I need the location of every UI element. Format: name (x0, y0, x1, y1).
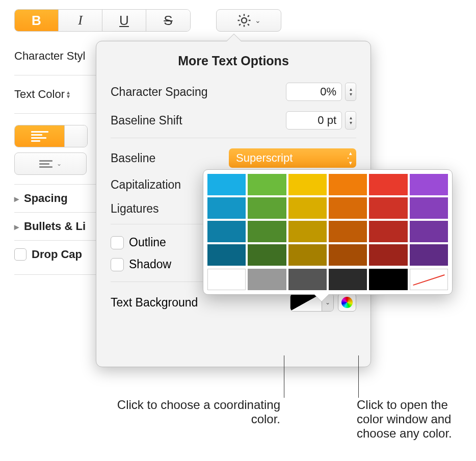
popover-title: More Text Options (111, 54, 356, 68)
swatch-grid (207, 174, 448, 266)
color-swatch[interactable] (329, 174, 367, 195)
swatch-bottom-row (207, 269, 448, 290)
baseline-shift-stepper[interactable]: 0 pt ▴▾ (286, 111, 356, 130)
color-swatch[interactable] (288, 174, 327, 195)
chevron-down-icon: ⌄ (57, 160, 62, 167)
shadow-label: Shadow (129, 258, 171, 271)
bold-glyph: B (32, 13, 41, 29)
color-swatch[interactable] (288, 244, 327, 266)
align-more-button[interactable] (65, 125, 87, 147)
color-wheel-button[interactable] (338, 293, 356, 312)
list-icon (39, 160, 52, 168)
baseline-value: Superscript (236, 151, 293, 165)
align-left-icon (31, 131, 48, 142)
color-swatch[interactable] (207, 221, 246, 242)
drop-cap-label: Drop Cap (32, 248, 82, 261)
color-swatch[interactable] (288, 197, 327, 219)
underline-glyph: U (119, 13, 129, 29)
color-swatch[interactable] (207, 174, 246, 195)
bullets-label: Bullets & Li (24, 220, 86, 233)
color-swatch[interactable] (329, 197, 367, 219)
color-swatch[interactable] (207, 244, 246, 266)
drop-cap-checkbox[interactable] (14, 248, 27, 261)
more-options-button[interactable]: ⌄ (216, 9, 281, 32)
no-color-swatch[interactable] (410, 269, 448, 290)
svg-point-0 (242, 18, 247, 23)
color-swatch[interactable] (410, 174, 448, 195)
color-swatch[interactable] (329, 221, 367, 242)
stepper-arrows-icon[interactable]: ▴▾ (345, 111, 356, 130)
color-swatch[interactable] (369, 269, 407, 290)
baseline-shift-row: Baseline Shift 0 pt ▴▾ (111, 106, 356, 135)
character-styles-label: Character Styl (14, 49, 85, 62)
color-swatch-popover (203, 169, 453, 295)
color-swatch[interactable] (369, 244, 407, 266)
color-swatch[interactable] (248, 197, 286, 219)
stepper-arrows-icon[interactable]: ▴▾ (345, 83, 356, 101)
updown-icon: ▴▾ (67, 90, 70, 98)
callout-color-window: Click to open the color window and choos… (357, 398, 471, 441)
bold-button[interactable]: B (15, 10, 59, 31)
format-toolbar: B I U S ⌄ (14, 9, 281, 32)
baseline-select[interactable]: Superscript ▴▾ (229, 148, 356, 168)
alignment-group (14, 125, 88, 147)
character-spacing-row: Character Spacing 0% ▴▾ (111, 78, 356, 106)
outline-label: Outline (129, 236, 166, 249)
strikethrough-button[interactable]: S (146, 10, 190, 31)
callout-leader (284, 355, 284, 398)
baseline-row: Baseline Superscript ▴▾ (111, 138, 356, 173)
callout-leader (358, 355, 359, 398)
list-style-select[interactable]: ⌄ (14, 152, 87, 175)
style-segment-group: B I U S (14, 9, 191, 32)
color-swatch[interactable] (288, 221, 327, 242)
underline-button[interactable]: U (102, 10, 146, 31)
spacing-label: Spacing (24, 192, 68, 205)
color-swatch[interactable] (369, 197, 407, 219)
character-spacing-value[interactable]: 0% (286, 83, 342, 101)
baseline-shift-value[interactable]: 0 pt (286, 111, 342, 130)
color-swatch[interactable] (410, 197, 448, 219)
color-swatch[interactable] (207, 269, 246, 290)
color-swatch[interactable] (207, 197, 246, 219)
baseline-label: Baseline (111, 151, 155, 165)
color-swatch[interactable] (248, 269, 286, 290)
strike-glyph: S (164, 13, 172, 29)
color-swatch[interactable] (410, 221, 448, 242)
character-spacing-label: Character Spacing (111, 85, 208, 99)
color-swatch[interactable] (248, 221, 286, 242)
color-swatch[interactable] (369, 221, 407, 242)
shadow-checkbox[interactable] (111, 258, 124, 271)
gear-icon (236, 13, 252, 28)
color-swatch[interactable] (410, 244, 448, 266)
color-swatch[interactable] (329, 269, 367, 290)
italic-glyph: I (78, 13, 83, 28)
baseline-shift-label: Baseline Shift (111, 114, 182, 127)
color-swatch[interactable] (248, 244, 286, 266)
disclosure-triangle-icon (14, 192, 21, 205)
disclosure-triangle-icon (14, 220, 21, 233)
color-swatch[interactable] (288, 269, 327, 290)
color-swatch[interactable] (248, 174, 286, 195)
text-color-label: Text Color (14, 88, 65, 101)
italic-button[interactable]: I (59, 10, 102, 31)
character-spacing-stepper[interactable]: 0% ▴▾ (286, 83, 356, 101)
callout-coordinating-color: Click to choose a coordinating color. (111, 398, 280, 426)
chevron-down-icon: ⌄ (255, 16, 261, 24)
outline-checkbox[interactable] (111, 236, 124, 249)
capitalization-label: Capitalization (111, 178, 181, 192)
ligatures-label: Ligatures (111, 202, 159, 216)
color-wheel-icon (341, 297, 353, 308)
color-swatch[interactable] (329, 244, 367, 266)
align-left-button[interactable] (15, 125, 65, 147)
text-background-label: Text Background (111, 296, 198, 310)
color-swatch[interactable] (369, 174, 407, 195)
